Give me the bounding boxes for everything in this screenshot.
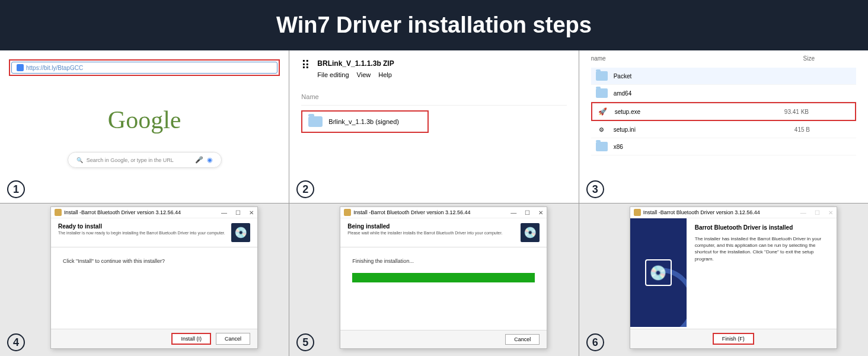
- installer-body: Click "Install" to continue with this in…: [51, 247, 257, 330]
- name-column-label: Name: [301, 93, 566, 100]
- window-title: Install -Barrot Bluetooth Driver version…: [353, 209, 470, 215]
- installer-footer: Finish (F): [630, 329, 837, 348]
- file-row-amd64[interactable]: amd64: [591, 85, 856, 102]
- maximize-icon[interactable]: ☐: [235, 209, 241, 216]
- folder-icon: [308, 116, 323, 127]
- ini-icon: ⚙: [596, 125, 608, 134]
- step-1: https://bit.ly/BtapGCC Google 🔍 Search i…: [0, 50, 289, 203]
- file-name: setup.ini: [614, 126, 636, 133]
- col-size: Size: [803, 55, 815, 62]
- installer-window: Install -Barrot Bluetooth Driver version…: [340, 206, 547, 349]
- site-icon: [17, 64, 24, 71]
- installer-heading: Being installed: [347, 223, 502, 230]
- disk-icon: 💿: [645, 259, 672, 286]
- step-5: Install -Barrot Bluetooth Driver version…: [289, 204, 578, 356]
- file-size: 93.41 KB: [784, 109, 809, 115]
- steps-grid: https://bit.ly/BtapGCC Google 🔍 Search i…: [0, 50, 868, 356]
- close-icon: ✕: [828, 209, 833, 216]
- folder-icon: [596, 142, 608, 151]
- file-list-header: name Size: [591, 55, 856, 62]
- menu-view[interactable]: View: [357, 71, 371, 78]
- installer-footer: Install (I) Cancel: [51, 329, 257, 348]
- dropbox-icon: ⠿: [301, 59, 310, 71]
- installer-logo-icon: 💿: [521, 223, 540, 242]
- lens-icon[interactable]: ◉: [207, 156, 213, 164]
- maximize-icon[interactable]: ☐: [525, 209, 530, 216]
- install-button[interactable]: Install (I): [171, 333, 211, 345]
- installer-window: Install -Barrot Bluetooth Driver version…: [50, 206, 258, 349]
- close-icon[interactable]: ✕: [249, 209, 254, 216]
- file-row-x86[interactable]: x86: [591, 138, 856, 155]
- installer-sub: The installer is now ready to begin inst…: [58, 231, 225, 235]
- folder-name: Brlink_v_1.1.3b (signed): [328, 118, 399, 125]
- window-titlebar: Install -Barrot Bluetooth Driver version…: [51, 207, 257, 218]
- zip-title: BRLink_V_1.1.1.3b ZIP: [317, 59, 398, 68]
- mic-icon[interactable]: 🎤: [195, 156, 203, 164]
- app-icon: [344, 209, 351, 216]
- file-menu: File editing View Help: [317, 71, 398, 78]
- file-name: x86: [614, 144, 623, 150]
- step-3: name Size Packet amd64 🚀 setup.exe 93.41…: [579, 50, 868, 203]
- file-row-packet[interactable]: Packet: [591, 68, 856, 85]
- step-number-1: 1: [7, 180, 25, 198]
- app-icon: [55, 209, 62, 216]
- divider: [301, 105, 566, 106]
- step-number-5: 5: [296, 333, 314, 351]
- step-2: ⠿ BRLink_V_1.1.1.3b ZIP File editing Vie…: [289, 50, 578, 203]
- cancel-button[interactable]: Cancel: [505, 334, 540, 345]
- installer-logo-icon: 💿: [231, 223, 250, 242]
- file-row-setup-ini[interactable]: ⚙ setup.ini 415 B: [591, 121, 856, 138]
- close-icon[interactable]: ✕: [538, 209, 543, 216]
- maximize-icon: ☐: [815, 209, 820, 216]
- window-titlebar: Install -Barrot Bluetooth Driver version…: [630, 207, 837, 218]
- installer-header: Being installed Please wait while the in…: [340, 218, 547, 247]
- installer-body: 💿 Barrot Bluetooth Driver is installed T…: [630, 218, 837, 327]
- installer-body-text: Click "Install" to continue with this in…: [63, 258, 245, 264]
- step-6: Install -Barrot Bluetooth Driver version…: [579, 204, 868, 356]
- step-number-6: 6: [586, 333, 604, 351]
- installer-footer: Cancel: [340, 330, 547, 348]
- folder-icon: [596, 71, 608, 81]
- url-bar-highlight: https://bit.ly/BtapGCC: [9, 59, 280, 76]
- url-text: https://bit.ly/BtapGCC: [26, 65, 83, 71]
- installer-body-text: The installer has installed the Barrot B…: [695, 236, 828, 262]
- minimize-icon[interactable]: —: [221, 209, 227, 216]
- url-input[interactable]: https://bit.ly/BtapGCC: [11, 62, 277, 74]
- file-row-setup-exe[interactable]: 🚀 setup.exe 93.41 KB: [591, 102, 856, 121]
- file-name: setup.exe: [615, 109, 640, 115]
- file-name: Packet: [614, 73, 632, 80]
- window-title: Install -Barrot Bluetooth Driver version…: [64, 209, 181, 215]
- step-number-2: 2: [296, 180, 314, 198]
- installer-side-graphic: 💿: [630, 218, 687, 327]
- step-number-3: 3: [586, 180, 604, 198]
- google-logo: Google: [9, 106, 280, 134]
- menu-file[interactable]: File editing: [317, 71, 349, 78]
- search-placeholder: Search in Google, or type in the URL: [87, 157, 195, 163]
- search-input[interactable]: 🔍 Search in Google, or type in the URL 🎤…: [68, 152, 222, 168]
- menu-help[interactable]: Help: [378, 71, 392, 78]
- exe-icon: 🚀: [597, 107, 609, 116]
- progress-bar: [352, 273, 535, 282]
- installer-sub: Please wait while the installer installs…: [347, 231, 502, 235]
- step-4: Install -Barrot Bluetooth Driver version…: [0, 204, 289, 356]
- folder-highlight[interactable]: Brlink_v_1.1.3b (signed): [301, 110, 429, 133]
- window-title: Install -Barrot Bluetooth Driver version…: [643, 209, 760, 215]
- installer-body: Finishing the installation...: [340, 247, 547, 330]
- window-titlebar: Install -Barrot Bluetooth Driver version…: [340, 207, 547, 218]
- col-name: name: [591, 55, 606, 62]
- minimize-icon[interactable]: —: [510, 209, 516, 216]
- installer-window: Install -Barrot Bluetooth Driver version…: [630, 206, 837, 349]
- app-icon: [634, 209, 641, 216]
- file-size: 415 B: [794, 126, 810, 133]
- minimize-icon: —: [800, 209, 806, 216]
- installer-header: Ready to install The installer is now re…: [51, 218, 257, 247]
- installer-heading: Barrot Bluetooth Driver is installed: [695, 224, 828, 231]
- finish-button[interactable]: Finish (F): [713, 333, 754, 345]
- page-title: Win7 Driver installation steps: [276, 12, 592, 38]
- page-header: Win7 Driver installation steps: [0, 0, 868, 50]
- file-name: amd64: [614, 90, 632, 97]
- installer-heading: Ready to install: [58, 223, 225, 230]
- folder-icon: [596, 88, 608, 98]
- cancel-button[interactable]: Cancel: [216, 333, 250, 345]
- installer-body-text: Finishing the installation...: [352, 258, 535, 264]
